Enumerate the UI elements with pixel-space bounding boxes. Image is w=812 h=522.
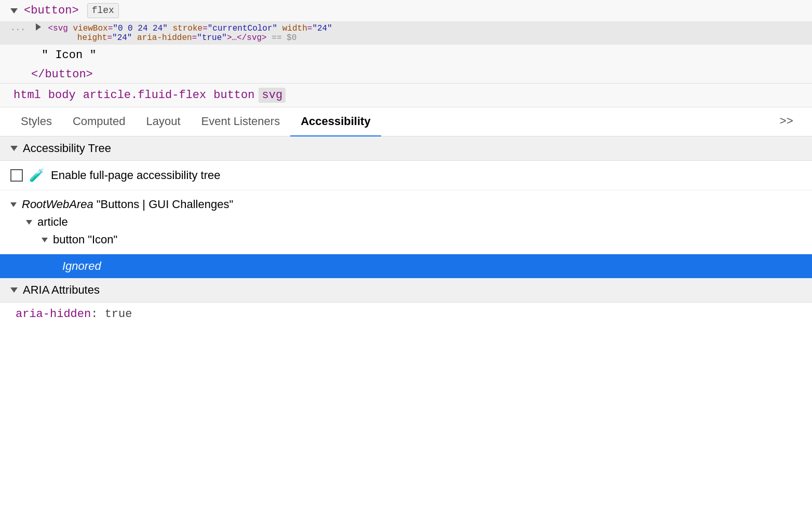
- tree-root-web-area[interactable]: RootWebArea "Buttons | GUI Challenges": [10, 196, 802, 213]
- aria-hidden-name: aria-hidden: [16, 308, 91, 321]
- svg-dots: ...: [10, 23, 25, 33]
- aria-section-title: ARIA Attributes: [23, 283, 100, 297]
- svg-attr-stroke-name: stroke: [173, 24, 203, 33]
- breadcrumb-html[interactable]: html: [10, 88, 44, 103]
- svg-attr-viewbox-name: viewBox: [73, 24, 107, 33]
- ignored-label: Ignored: [62, 259, 101, 272]
- breadcrumb-article[interactable]: article.fluid-flex: [80, 88, 210, 103]
- accessibility-tree-collapse-icon: [10, 146, 18, 151]
- aria-attributes-header[interactable]: ARIA Attributes: [0, 278, 812, 303]
- aria-collapse-icon: [10, 287, 18, 293]
- aria-colon: :: [91, 308, 104, 321]
- dom-inspector: <button> flex ... <svg viewBox="0 0 24 2…: [0, 0, 812, 84]
- dollar-zero: == $0: [272, 33, 296, 43]
- breadcrumb-svg[interactable]: svg: [259, 88, 286, 103]
- article-label: article: [37, 215, 68, 229]
- dom-line-button-open[interactable]: <button> flex: [0, 0, 812, 21]
- accessibility-tree-title: Accessibility Tree: [23, 142, 111, 155]
- accessibility-tree-header[interactable]: Accessibility Tree: [0, 136, 812, 161]
- tree-section: RootWebArea "Buttons | GUI Challenges" a…: [0, 190, 812, 254]
- svg-line2-indent: height="24" aria-hidden="true">…</svg> =…: [36, 33, 297, 43]
- svg-equals3: =: [307, 24, 313, 33]
- chevron-button-icon: [42, 238, 48, 242]
- chevron-root-icon: [10, 202, 17, 207]
- tree-button[interactable]: button "Icon": [10, 231, 802, 249]
- triangle-right-icon: [36, 23, 41, 31]
- tabs-bar: Styles Computed Layout Event Listeners A…: [0, 107, 812, 136]
- svg-attr-aria-name: aria-hidden: [137, 33, 192, 43]
- aria-hidden-value: true: [105, 308, 132, 321]
- tree-article[interactable]: article: [10, 213, 802, 231]
- root-web-area-value: "Buttons | GUI Challenges": [97, 198, 233, 211]
- svg-attr-viewbox-value: "0 0 24 24": [113, 24, 168, 33]
- svg-tag-name: svg: [53, 24, 68, 33]
- svg-attr-width-name: width: [282, 24, 307, 33]
- dom-line-text: " Icon ": [0, 45, 812, 66]
- panel-content: Accessibility Tree 🧪 Enable full-page ac…: [0, 136, 812, 522]
- svg-attr-stroke-value: "currentColor": [208, 24, 277, 33]
- text-content-value: " Icon ": [42, 49, 97, 62]
- svg-attr-height-name: height: [77, 33, 107, 43]
- breadcrumb-button[interactable]: button: [210, 88, 258, 103]
- aria-attributes-list: aria-hidden: true: [0, 303, 812, 326]
- flask-icon: 🧪: [29, 168, 45, 183]
- svg-equals1: =: [108, 24, 113, 33]
- tab-styles[interactable]: Styles: [10, 107, 62, 136]
- enable-checkbox[interactable]: [10, 169, 23, 182]
- tab-layout[interactable]: Layout: [136, 107, 191, 136]
- devtools-panel: <button> flex ... <svg viewBox="0 0 24 2…: [0, 0, 812, 522]
- svg-equals2: =: [202, 24, 208, 33]
- svg-attr-height-value: "24": [112, 33, 132, 43]
- tab-accessibility[interactable]: Accessibility: [290, 107, 381, 136]
- dom-line-button-close: </button>: [0, 66, 812, 83]
- tab-computed[interactable]: Computed: [62, 107, 136, 136]
- enable-label: Enable full-page accessibility tree: [51, 169, 221, 182]
- aria-hidden-row: aria-hidden: true: [0, 303, 812, 326]
- dom-line-svg[interactable]: ... <svg viewBox="0 0 24 24" stroke="cur…: [0, 21, 812, 45]
- svg-open-bracket: <: [48, 24, 53, 33]
- button-open-tag: <button>: [24, 2, 79, 19]
- svg-close: >…</svg>: [227, 33, 267, 43]
- root-web-area-label: RootWebArea: [22, 198, 93, 211]
- breadcrumb-bar: html body article.fluid-flex button svg: [0, 84, 812, 107]
- tab-more-button[interactable]: >>: [772, 108, 802, 135]
- flex-badge: flex: [87, 3, 119, 18]
- svg-attr-aria-value: "true": [197, 33, 227, 43]
- button-close-tag: </button>: [31, 68, 93, 81]
- svg-tag-content: <svg viewBox="0 0 24 24" stroke="current…: [36, 23, 332, 43]
- triangle-down-icon: [10, 8, 18, 13]
- ignored-row[interactable]: Ignored: [0, 254, 812, 278]
- tab-event-listeners[interactable]: Event Listeners: [191, 107, 291, 136]
- chevron-article-icon: [26, 220, 32, 225]
- button-value: "Icon": [88, 233, 117, 246]
- breadcrumb-body[interactable]: body: [45, 88, 79, 103]
- button-label: button: [53, 233, 85, 246]
- enable-full-page-row: 🧪 Enable full-page accessibility tree: [0, 161, 812, 190]
- svg-attr-width-value: "24": [312, 24, 332, 33]
